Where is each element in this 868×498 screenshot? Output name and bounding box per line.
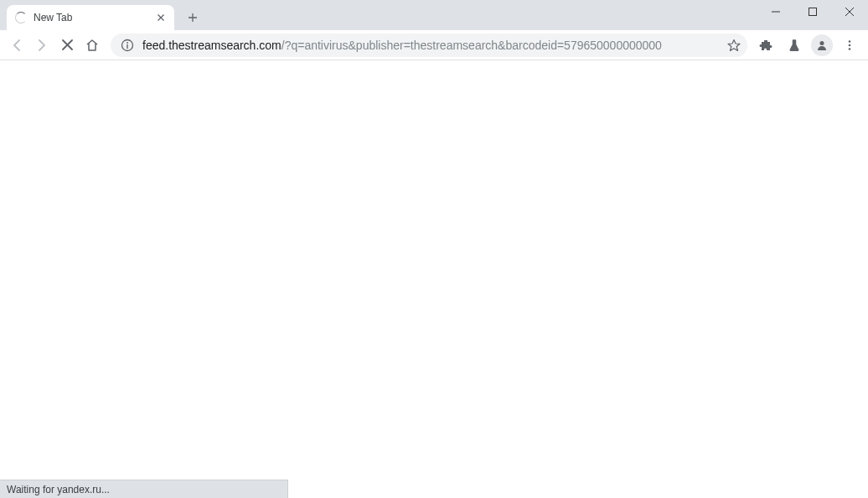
profile-button[interactable] <box>811 34 833 56</box>
close-window-button[interactable] <box>831 0 868 23</box>
address-bar[interactable]: feed.thestreamsearch.com/?q=antivirus&pu… <box>111 34 747 57</box>
tab-close-button[interactable] <box>154 11 168 24</box>
stop-button[interactable] <box>55 34 79 57</box>
tab-title: New Tab <box>34 12 154 23</box>
minimize-button[interactable] <box>757 0 794 23</box>
forward-button[interactable] <box>30 34 54 57</box>
labs-icon[interactable] <box>783 34 806 57</box>
url-text: feed.thestreamsearch.com/?q=antivirus&pu… <box>142 39 721 52</box>
menu-button[interactable] <box>838 34 861 57</box>
url-host: feed.thestreamsearch.com <box>142 39 282 52</box>
bookmark-star-icon[interactable] <box>727 39 741 52</box>
toolbar-right <box>754 34 863 57</box>
svg-point-6 <box>849 48 851 50</box>
browser-tab[interactable]: New Tab <box>7 5 174 30</box>
extensions-button[interactable] <box>754 34 778 57</box>
page-content <box>0 60 868 480</box>
title-bar: New Tab <box>0 0 868 30</box>
status-text: Waiting for yandex.ru... <box>7 484 110 495</box>
loading-spinner-icon <box>15 12 27 23</box>
svg-rect-0 <box>809 8 817 16</box>
home-button[interactable] <box>80 34 104 57</box>
status-bar: Waiting for yandex.ru... <box>0 480 288 498</box>
svg-point-4 <box>849 40 851 43</box>
url-path: /?q=antivirus&publisher=thestreamsearch&… <box>282 39 662 52</box>
site-info-icon[interactable] <box>121 39 134 52</box>
back-button[interactable] <box>5 34 28 57</box>
svg-point-3 <box>820 41 824 45</box>
svg-point-2 <box>127 42 128 44</box>
window-controls <box>757 0 868 30</box>
svg-point-5 <box>849 44 851 46</box>
toolbar: feed.thestreamsearch.com/?q=antivirus&pu… <box>0 30 868 60</box>
new-tab-button[interactable] <box>181 6 204 29</box>
tabs-area: New Tab <box>0 0 757 30</box>
maximize-button[interactable] <box>794 0 831 23</box>
